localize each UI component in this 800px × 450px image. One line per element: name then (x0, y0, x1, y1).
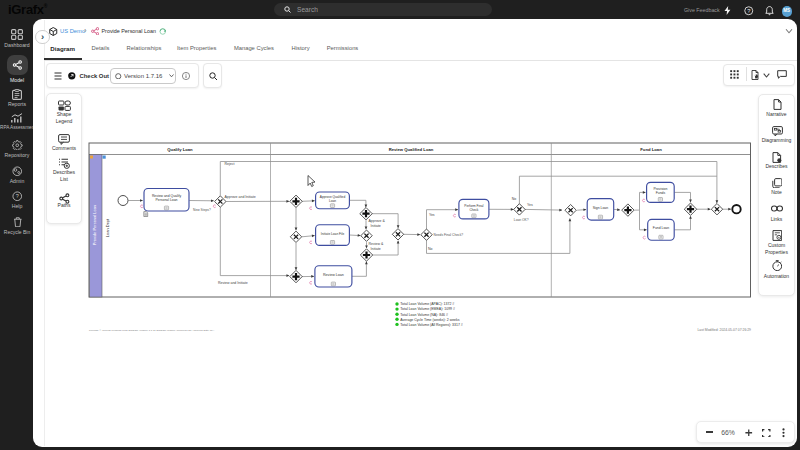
svg-text:Fund Loan: Fund Loan (640, 147, 662, 152)
svg-text:Process: © 'Provide Personal L: Process: © 'Provide Personal Loan Diagra… (89, 329, 215, 332)
svg-text:Initiate: Initiate (371, 247, 381, 251)
svg-text:Total Loan Volume (NA): 846 #: Total Loan Volume (NA): 846 # (400, 313, 448, 317)
svg-text:Review &: Review & (369, 242, 384, 246)
svg-text:Yes: Yes (429, 213, 435, 217)
svg-text:Reject: Reject (225, 162, 235, 166)
svg-text:Approve &: Approve & (369, 219, 386, 223)
svg-text:Loan: Loan (329, 199, 336, 203)
svg-text:New Steps?: New Steps? (193, 208, 211, 212)
svg-text:Review Loan: Review Loan (323, 273, 344, 277)
svg-text:Needs Final Check?: Needs Final Check? (434, 233, 464, 237)
svg-text:Total Loan Volume (APAC): 1372: Total Loan Volume (APAC): 1372 # (400, 302, 454, 306)
svg-text:No: No (428, 247, 433, 251)
svg-text:Initiate Loan File: Initiate Loan File (321, 232, 345, 236)
svg-text:Fund Loan: Fund Loan (653, 226, 669, 230)
svg-text:Personal Loan: Personal Loan (156, 198, 178, 202)
svg-text:Approve and Initiate: Approve and Initiate (225, 195, 256, 199)
svg-text:Provide Personal Loan: Provide Personal Loan (92, 205, 97, 245)
svg-text:Review Qualified Loan: Review Qualified Loan (389, 147, 434, 152)
svg-text:Last Modified: 2024-05-07 07:2: Last Modified: 2024-05-07 07:26:29 (697, 328, 751, 332)
svg-text:No: No (512, 197, 517, 201)
svg-text:Total Loan Volume (EMEA): 1099: Total Loan Volume (EMEA): 1099 # (400, 307, 455, 311)
svg-text:Check: Check (469, 208, 478, 212)
svg-text:Funds: Funds (656, 191, 666, 195)
svg-text:Loan Dept: Loan Dept (105, 218, 110, 237)
svg-text:Loan OK?: Loan OK? (514, 218, 529, 222)
svg-text:Qualify Loan: Qualify Loan (167, 147, 193, 152)
svg-text:Review and Initiate: Review and Initiate (218, 281, 248, 285)
svg-text:Yes: Yes (527, 203, 533, 207)
svg-text:Initiate: Initiate (371, 224, 381, 228)
svg-text:Sign Loan: Sign Loan (593, 206, 608, 210)
svg-text:Total Loan Volume (All Regions: Total Loan Volume (All Regions): 3317 # (400, 323, 463, 327)
svg-text:Average Cycle Time (weeks): 2: Average Cycle Time (weeks): 2 weeks (400, 318, 460, 322)
